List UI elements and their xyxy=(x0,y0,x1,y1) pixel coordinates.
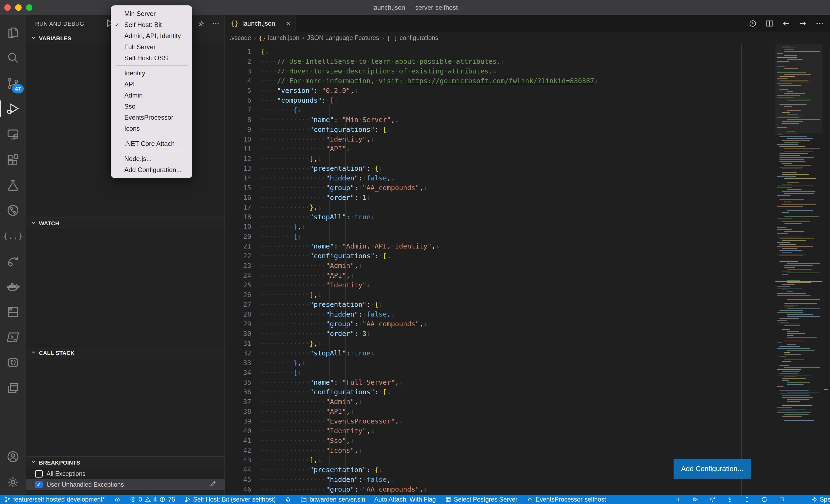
line-number[interactable]: 25 xyxy=(225,280,251,290)
breakpoint-user-unhandled[interactable]: ✓ User-Unhandled Exceptions xyxy=(26,479,225,490)
code-line[interactable]: 31············},↓ xyxy=(225,339,775,348)
stop-icon[interactable] xyxy=(778,496,785,503)
code-line[interactable]: 28················"hidden":·false,↓ xyxy=(225,309,775,319)
code-line[interactable]: 19········},↓ xyxy=(225,222,775,232)
line-number[interactable]: 7 xyxy=(225,105,251,115)
line-number[interactable]: 13 xyxy=(225,164,251,173)
zoom-window-button[interactable] xyxy=(26,4,32,11)
code-line[interactable]: 40················"Identity",↓ xyxy=(225,426,775,436)
code-line[interactable]: 5····"version":·"0.2.0",↓ xyxy=(225,86,775,96)
line-number[interactable]: 4 xyxy=(225,76,251,86)
debug-settings-gear-icon[interactable] xyxy=(197,20,205,28)
postgresql-icon[interactable] xyxy=(0,350,26,375)
auto-attach-item[interactable]: Auto Attach: With Flag xyxy=(374,496,436,503)
line-number[interactable]: 22 xyxy=(225,251,251,261)
line-number[interactable]: 32 xyxy=(225,348,251,358)
menu-item[interactable]: Icons xyxy=(111,123,192,134)
menu-item[interactable]: Identity xyxy=(111,68,192,78)
menu-item[interactable]: EventsProcessor xyxy=(111,112,192,123)
menu-item[interactable]: Self Host: OSS xyxy=(111,53,192,64)
code-line[interactable]: 11················"API"↓ xyxy=(225,144,775,154)
line-number[interactable]: 31 xyxy=(225,339,251,348)
line-number[interactable]: 29 xyxy=(225,319,251,329)
restart-icon[interactable] xyxy=(761,496,768,503)
source-control-icon[interactable]: 47 xyxy=(0,71,26,96)
explorer-icon[interactable] xyxy=(0,20,26,45)
solution-status-item[interactable]: bitwarden-server.sln xyxy=(300,496,365,503)
checkbox-unchecked[interactable] xyxy=(35,470,43,477)
menu-item[interactable]: Admin, API, Identity xyxy=(111,30,192,41)
step-over-icon[interactable] xyxy=(709,496,716,503)
extensions-icon[interactable] xyxy=(0,147,26,172)
flame-status-item[interactable] xyxy=(285,496,291,503)
line-number[interactable]: 19 xyxy=(225,222,251,232)
breakpoints-section-header[interactable]: BREAKPOINTS xyxy=(26,457,225,468)
line-number[interactable]: 11 xyxy=(225,144,251,154)
code-line[interactable]: 38················"API",↓ xyxy=(225,407,775,416)
code-line[interactable]: 2····//·Use·IntelliSense·to·learn·about·… xyxy=(225,57,775,66)
branch-status-item[interactable]: feature/self-hosted-development* xyxy=(4,496,105,503)
code-line[interactable]: 14················"hidden":·false,↓ xyxy=(225,173,775,183)
breadcrumb-item[interactable]: JSON Language Features xyxy=(307,34,379,42)
line-number[interactable]: 16 xyxy=(225,193,251,203)
breakpoint-all-exceptions[interactable]: All Exceptions xyxy=(26,468,225,479)
accounts-icon[interactable] xyxy=(0,444,26,469)
powershell-icon[interactable] xyxy=(0,325,26,350)
line-number[interactable]: 38 xyxy=(225,407,251,416)
line-number[interactable]: 1 xyxy=(225,47,251,57)
code-line[interactable]: 17············},↓ xyxy=(225,203,775,212)
testing-icon[interactable] xyxy=(0,172,26,198)
line-number[interactable]: 30 xyxy=(225,329,251,339)
add-configuration-button[interactable]: Add Configuration... xyxy=(674,459,751,479)
call-stack-section-header[interactable]: CALL STACK xyxy=(26,347,225,359)
code-line[interactable]: 9············"configurations":·[↓ xyxy=(225,125,775,135)
edit-condition-pencil-icon[interactable] xyxy=(210,480,216,489)
line-number[interactable]: 5 xyxy=(225,86,251,96)
code-line[interactable]: 36············"configurations":·[↓ xyxy=(225,387,775,397)
code-line[interactable]: 41················"Sso",↓ xyxy=(225,436,775,446)
line-number[interactable]: 23 xyxy=(225,261,251,271)
minimize-window-button[interactable] xyxy=(15,4,22,11)
line-number[interactable]: 44 xyxy=(225,465,251,475)
line-number[interactable]: 26 xyxy=(225,290,251,300)
line-number[interactable]: 35 xyxy=(225,378,251,387)
run-and-debug-icon[interactable] xyxy=(0,96,26,122)
line-number[interactable]: 8 xyxy=(225,115,251,125)
line-number[interactable]: 43 xyxy=(225,456,251,465)
breadcrumb-item[interactable]: [ ]configurations xyxy=(387,34,438,42)
line-number[interactable]: 34 xyxy=(225,368,251,378)
close-window-button[interactable] xyxy=(4,4,11,11)
code-line[interactable]: 6····"compounds":·[↓ xyxy=(225,96,775,105)
more-actions-icon[interactable] xyxy=(816,19,824,28)
step-into-icon[interactable] xyxy=(726,496,733,503)
code-line[interactable]: 7········{↓ xyxy=(225,105,775,115)
menu-item[interactable]: Min Server xyxy=(111,8,192,19)
code-line[interactable]: 16················"order":·1↓ xyxy=(225,193,775,203)
line-number[interactable]: 45 xyxy=(225,475,251,484)
line-number[interactable]: 46 xyxy=(225,484,251,494)
breadcrumb-item[interactable]: .vscode xyxy=(230,34,251,42)
code-line[interactable]: 23················"Admin",↓ xyxy=(225,261,775,271)
line-number[interactable]: 21 xyxy=(225,241,251,251)
code-line[interactable]: 10················"Identity",↓ xyxy=(225,135,775,144)
line-number[interactable]: 2 xyxy=(225,57,251,66)
git-graph-icon[interactable] xyxy=(0,198,26,223)
line-number[interactable]: 36 xyxy=(225,387,251,397)
line-number[interactable]: 15 xyxy=(225,183,251,193)
code-line[interactable]: 30················"order":·3↓ xyxy=(225,329,775,339)
menu-item[interactable]: ✓Self Host: Bit xyxy=(111,19,192,30)
code-line[interactable]: 8············"name":·"Min·Server",↓ xyxy=(225,115,775,125)
code-line[interactable]: 25················"Identity"↓ xyxy=(225,280,775,290)
code-line[interactable]: 18············"stopAll":·true↓ xyxy=(225,212,775,222)
checkbox-checked[interactable]: ✓ xyxy=(35,481,43,488)
code-line[interactable]: 3····//·Hover·to·view·descriptions·of·ex… xyxy=(225,66,775,76)
menu-item[interactable]: Sso xyxy=(111,101,192,112)
line-number[interactable]: 37 xyxy=(225,397,251,407)
code-line[interactable]: 37················"Admin",↓ xyxy=(225,397,775,407)
events-processor-item[interactable]: EventsProcessor-selfhost xyxy=(526,496,606,503)
breadcrumb-item[interactable]: {}launch.json xyxy=(259,34,299,42)
code-line[interactable]: 27············"presentation":·{↓ xyxy=(225,300,775,309)
go-back-icon[interactable] xyxy=(782,19,791,28)
code-line[interactable]: 4····//·For·more·information,·visit:·htt… xyxy=(225,76,775,86)
line-number[interactable]: 9 xyxy=(225,125,251,135)
